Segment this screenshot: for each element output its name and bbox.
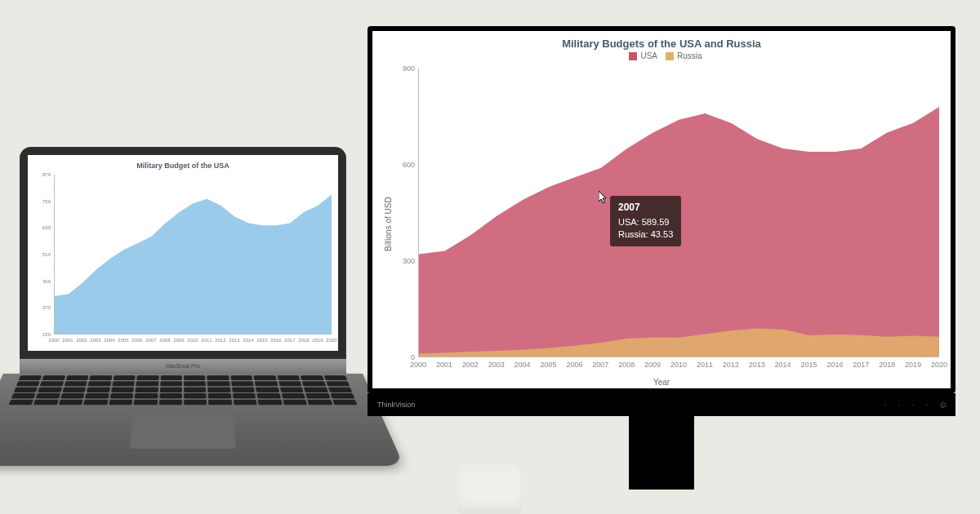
monitor-chin: ThinkVision ◦ ◦ ◦ ◦ ⏻ [368,393,956,416]
legend-label: Russia [677,51,702,60]
x-tick: 2001 [436,361,452,369]
x-tick: 2016 [826,361,843,369]
x-tick: 2017 [284,338,295,343]
monitor-power-icon: ⏻ [939,401,946,409]
laptop: Military Budget of the USA 1502703905106… [20,147,346,504]
x-tick: 2007 [145,338,156,343]
x-tick: 2007 [592,361,608,369]
x-tick: 2001 [62,338,73,343]
keyboard [9,375,358,405]
x-tick: 2014 [775,361,791,369]
y-tick: 390 [28,279,51,284]
y-tick: 600 [390,161,415,169]
x-tick: 2019 [905,361,921,369]
x-tick: 2020 [326,338,336,343]
x-tick: 2018 [298,338,309,343]
y-tick: 300 [390,257,415,265]
legend-swatch [666,52,674,60]
y-tick: 900 [390,64,415,73]
chart-legend: USARussia [372,50,951,60]
laptop-brand-label: MacBook Pro [20,359,346,374]
monitor-btn-icon: ◦ [925,401,928,409]
chart-left-plot-area [54,175,332,335]
x-tick: 2008 [618,361,635,369]
y-tick: 750 [28,199,51,204]
x-tick: 2014 [243,338,253,343]
x-tick: 2012 [215,338,225,343]
y-tick: 870 [28,172,51,177]
x-tick: 2000 [48,338,59,343]
x-tick: 2009 [644,361,661,369]
chart-title-left: Military Budget of the USA [28,155,338,170]
x-tick: 2005 [118,338,128,343]
x-tick: 2015 [256,338,267,343]
y-tick: 150 [28,332,51,337]
y-tick: 510 [28,252,51,257]
laptop-screen-frame: Military Budget of the USA 1502703905106… [20,147,346,359]
laptop-keyboard-deck [0,374,404,466]
x-tick: 2015 [800,361,817,369]
x-tick: 2013 [749,361,765,369]
area-series-usa-left [55,175,332,334]
x-tick: 2008 [159,338,170,343]
x-tick: 2006 [566,361,582,369]
chart-title-right: Military Budgets of the USA and Russia [372,31,951,50]
monitor-btn-icon: ◦ [898,401,900,409]
x-tick: 2004 [514,361,531,369]
monitor-btn-icon: ◦ [884,401,887,409]
x-tick: 2016 [270,338,281,343]
x-tick: 2017 [853,361,869,369]
x-tick: 2000 [410,361,426,369]
x-tick: 2009 [173,338,184,343]
monitor-stand [629,416,694,490]
x-tick: 2020 [931,361,947,369]
y-axis-label: Billions of USD [384,197,393,251]
area-series-usa [419,107,939,357]
x-tick: 2003 [488,361,505,369]
legend-label: USA [640,51,657,60]
monitor: Military Budgets of the USA and Russia U… [368,26,956,490]
legend-swatch [629,52,637,60]
x-tick: 2004 [104,338,114,343]
laptop-chart: Military Budget of the USA 1502703905106… [28,155,338,351]
cursor-icon [599,191,608,204]
x-tick: 2018 [879,361,895,369]
x-tick: 2005 [540,361,556,369]
x-tick: 2006 [131,338,142,343]
x-tick: 2002 [76,338,87,343]
monitor-btn-icon: ◦ [911,401,914,409]
x-tick: 2010 [670,361,687,369]
x-tick: 2011 [201,338,212,343]
x-tick: 2012 [723,361,739,369]
area-series-usa [55,194,332,334]
monitor-chart: Military Budgets of the USA and Russia U… [372,31,951,388]
x-tick: 2013 [229,338,239,343]
y-tick: 630 [28,225,51,230]
x-tick: 2010 [187,338,198,343]
y-tick: 270 [28,305,51,310]
trackpad [130,415,237,449]
monitor-brand-label: ThinkVision [377,401,415,409]
x-tick: 2002 [462,361,479,369]
area-series-right [419,69,939,357]
x-tick: 2003 [90,338,100,343]
monitor-frame: Military Budgets of the USA and Russia U… [368,26,956,393]
monitor-control-icons: ◦ ◦ ◦ ◦ ⏻ [884,401,946,409]
x-axis-label: Year [653,378,670,387]
x-tick: 2011 [697,361,713,369]
x-tick: 2019 [312,338,323,343]
coffee-mug [457,465,523,514]
chart-right-plot-area: 2007 USA: 589.59 Russia: 43.53 [418,69,939,357]
